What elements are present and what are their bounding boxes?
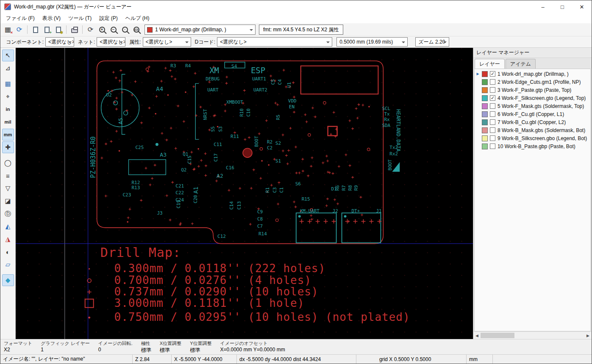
- clear-all-layers-button[interactable]: ▦×: [2, 24, 14, 35]
- layer-row-7[interactable]: 7 Work-B_Cu.gbl (Copper, L2): [475, 118, 590, 126]
- dcode-filter-select[interactable]: <選択なし>: [217, 37, 332, 47]
- grid-size-select[interactable]: 0.5000 mm (19.69 mils): [336, 37, 408, 47]
- title-bar[interactable]: Work-drl_map.gbr (X2属性) — ガーバー ビューアー – □…: [0, 0, 592, 13]
- layer-color-swatch[interactable]: [482, 79, 488, 85]
- menu-item-4[interactable]: ヘルプ (H): [122, 14, 153, 23]
- open-gerber-files-icon: [33, 27, 38, 33]
- units-inches-icon: in: [6, 107, 10, 112]
- zoom-selection-button[interactable]: ▭: [131, 24, 142, 35]
- sketch-flashed-items-toggle-icon: ◯: [4, 159, 11, 167]
- layer-row-5[interactable]: 5 Work-F_Mask.gts (Soldermask, Top): [475, 102, 590, 110]
- component-filter-select[interactable]: <選択なし>: [45, 37, 74, 47]
- flip-view-toggle-button[interactable]: ▱: [2, 259, 14, 270]
- grid-visibility-toggle-icon: ▦: [5, 80, 11, 88]
- high-contrast-mode-toggle-button[interactable]: ◐: [2, 246, 14, 258]
- show-negative-objects-toggle-button[interactable]: ◪: [2, 195, 14, 207]
- open-gerber-files-button[interactable]: [30, 24, 41, 35]
- layer-visibility-checkbox[interactable]: [490, 143, 495, 149]
- menu-item-3[interactable]: 設定 (P): [95, 14, 121, 23]
- layer-row-4[interactable]: ✓4 Work-F_Silkscreen.gto (Legend, Top): [475, 94, 590, 102]
- sketch-polygons-toggle-button[interactable]: ▽: [2, 182, 14, 194]
- open-drill-files-button[interactable]: +: [41, 24, 53, 35]
- layer-visibility-checkbox[interactable]: [490, 135, 495, 141]
- layer-visibility-checkbox[interactable]: [490, 79, 495, 85]
- open-gerber-job-file-button[interactable]: ✱: [53, 24, 64, 35]
- xor-mode-toggle-button[interactable]: ◮: [2, 233, 14, 245]
- silkscreen-label: C3: [272, 187, 278, 193]
- layer-color-swatch[interactable]: [482, 71, 488, 77]
- maximize-button[interactable]: □: [553, 0, 572, 13]
- canvas-area[interactable]: R3R4S4XMESPDEBUGUART1UARTUART2C5C4U1A4XM…: [16, 48, 473, 339]
- layer-manager-toggle-icon: ◆: [6, 276, 11, 284]
- layer-row-9[interactable]: 9 Work-B_Silkscreen.gbo (Legend, Bot): [475, 134, 590, 142]
- zoom-select[interactable]: ズーム 2.20: [415, 37, 449, 47]
- measure-tool-button[interactable]: ⊿: [2, 62, 14, 74]
- layer-color-swatch[interactable]: [482, 111, 488, 117]
- tab-layers[interactable]: レイヤー: [475, 59, 505, 69]
- layer-color-swatch[interactable]: [482, 119, 488, 125]
- layer-row-10[interactable]: 10 Work-B_Paste.gbp (Paste, Bot): [475, 142, 590, 150]
- layer-color-swatch[interactable]: [482, 143, 488, 149]
- silkscreen-label: C8: [257, 216, 263, 222]
- net-filter-select[interactable]: <選択なし>: [97, 37, 125, 47]
- scroll-right-arrow-icon[interactable]: ▶: [584, 332, 592, 339]
- silkscreen-label: R13: [131, 185, 140, 190]
- gerber-canvas[interactable]: R3R4S4XMESPDEBUGUART1UARTUART2C5C4U1A4XM…: [16, 48, 473, 339]
- menu-item-1[interactable]: 表示 (V): [39, 14, 64, 23]
- zoom-value: ズーム 2.20: [418, 39, 445, 46]
- units-inches-button[interactable]: in: [2, 103, 14, 115]
- reload-all-layers-button[interactable]: ⟳: [14, 24, 25, 35]
- active-layer-select[interactable]: 1 Work-drl_map.gbr (Drillmap, ): [145, 25, 256, 35]
- filter-toolbar: コンポーネント: <選択なし> ネット: <選択なし> 属性: <選択なし> D…: [0, 36, 592, 48]
- layer-color-swatch[interactable]: [482, 103, 488, 109]
- minimize-button[interactable]: –: [533, 0, 553, 13]
- layer-visibility-checkbox[interactable]: ✓: [490, 95, 495, 101]
- layer-row-3[interactable]: 3 Work-F_Paste.gtp (Paste, Top): [475, 86, 590, 94]
- layer-visibility-checkbox[interactable]: [490, 127, 495, 133]
- close-button[interactable]: ✕: [572, 0, 592, 13]
- silkscreen-label: XM: [209, 66, 219, 75]
- scrollbar-track[interactable]: [481, 332, 584, 339]
- layer-row-2[interactable]: 2 Work-Edge_Cuts.gm1 (Profile, NP): [475, 78, 590, 86]
- silkscreen-label: A4: [156, 85, 163, 92]
- units-mm-button[interactable]: mm: [2, 129, 14, 141]
- layer-visibility-checkbox[interactable]: [490, 119, 495, 125]
- zoom-fit-button[interactable]: ▫: [119, 24, 131, 35]
- status-cell-label: グラフィック レイヤー: [41, 340, 89, 347]
- layer-color-swatch[interactable]: [482, 95, 488, 101]
- attribute-filter-select[interactable]: <選択なし>: [143, 37, 191, 47]
- status-cell-value: 0: [98, 347, 133, 353]
- zoom-in-button[interactable]: +: [96, 24, 108, 35]
- measure-tool-icon: ⊿: [5, 64, 11, 72]
- diff-mode-toggle-button[interactable]: ◭: [2, 221, 14, 232]
- sketch-lines-toggle-button[interactable]: ≡: [2, 170, 14, 182]
- sketch-flashed-items-toggle-button[interactable]: ◯: [2, 157, 14, 169]
- layer-visibility-checkbox[interactable]: ✓: [490, 71, 495, 77]
- layer-color-swatch[interactable]: [482, 87, 488, 93]
- scrollbar-thumb[interactable]: [481, 333, 514, 338]
- show-dcodes-toggle-button[interactable]: Ⓓ: [2, 208, 14, 220]
- grid-visibility-toggle-button[interactable]: ▦: [2, 78, 14, 90]
- layer-panel-scrollbar[interactable]: ◀ ▶: [473, 331, 592, 339]
- layer-label: 2 Work-Edge_Cuts.gm1 (Profile, NP): [498, 79, 581, 85]
- menu-item-0[interactable]: ファイル (F): [2, 14, 39, 23]
- redraw-view-button[interactable]: ⟳: [85, 24, 96, 35]
- layer-row-1[interactable]: ▶✓1 Work-drl_map.gbr (Drillmap, ): [475, 70, 590, 78]
- layer-visibility-checkbox[interactable]: [490, 111, 495, 117]
- layer-row-8[interactable]: 8 Work-B_Mask.gbs (Soldermask, Bot): [475, 126, 590, 134]
- cursor-shape-toggle-button[interactable]: ✚: [2, 141, 14, 153]
- tab-items[interactable]: アイテム: [506, 59, 536, 69]
- units-mils-button[interactable]: mil: [2, 116, 14, 128]
- layer-visibility-checkbox[interactable]: [490, 87, 495, 93]
- layer-row-6[interactable]: 6 Work-F_Cu.gtl (Copper, L1): [475, 110, 590, 118]
- layer-visibility-checkbox[interactable]: [490, 103, 495, 109]
- scroll-left-arrow-icon[interactable]: ◀: [473, 332, 481, 339]
- polar-coordinates-toggle-button[interactable]: ⌖: [2, 91, 14, 102]
- layer-color-swatch[interactable]: [482, 135, 488, 141]
- zoom-out-button[interactable]: −: [108, 24, 119, 35]
- print-button[interactable]: [69, 24, 80, 35]
- select-tool-button[interactable]: ↖: [2, 50, 14, 61]
- layer-color-swatch[interactable]: [482, 127, 488, 133]
- menu-item-2[interactable]: ツール (T): [64, 14, 95, 23]
- layer-manager-toggle-button[interactable]: ◆: [2, 274, 14, 286]
